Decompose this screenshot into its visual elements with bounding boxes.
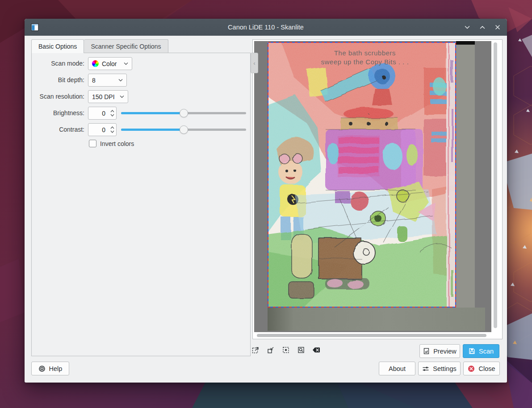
zoom-out-icon (267, 346, 275, 354)
settings-sliders-icon (422, 366, 429, 372)
slider-fill (121, 129, 184, 131)
scan-mode-label: Scan mode: (34, 60, 84, 67)
options-tabbar: Basic Options Scanner Specific Options (31, 39, 168, 53)
spinbox-arrows-icon[interactable] (108, 107, 116, 119)
scan-mode-value: Color (102, 60, 117, 67)
skanlite-window-icon (31, 23, 39, 31)
bit-depth-value: 8 (92, 77, 96, 84)
about-button[interactable]: About (379, 362, 415, 375)
bit-depth-combobox[interactable]: 8 (88, 74, 127, 87)
tab-basic-options[interactable]: Basic Options (31, 39, 84, 53)
zoom-to-selection-icon (282, 346, 290, 354)
titlebar[interactable]: Canon LiDE 110 - Skanlite (25, 19, 507, 36)
zoom-in-button[interactable] (250, 344, 261, 356)
contrast-value: 0 (88, 126, 108, 133)
skanlite-window: Canon LiDE 110 - Skanlite Basic Options … (25, 19, 507, 383)
preview-canvas[interactable]: The bath scrubbers sweep up the Copy Bit… (254, 41, 491, 332)
scanned-image[interactable]: The bath scrubbers sweep up the Copy Bit… (268, 42, 456, 308)
help-button-label: Help (49, 365, 63, 372)
color-wheel-icon (92, 60, 99, 67)
scan-button[interactable]: Scan (463, 344, 499, 358)
contrast-label: Contrast: (34, 126, 84, 133)
contrast-spinbox[interactable]: 0 (88, 123, 117, 136)
scan-resolution-value: 150 DPI (92, 93, 115, 100)
close-window-button[interactable] (494, 23, 502, 31)
chevron-down-icon (120, 62, 128, 65)
brightness-label: Brightness: (34, 109, 84, 117)
brightness-value: 0 (88, 110, 108, 117)
save-scan-icon (469, 348, 475, 354)
tab-scanner-specific-options-label: Scanner Specific Options (91, 43, 161, 50)
preview-button-label: Preview (433, 348, 457, 355)
basic-options-panel: Scan mode: Color Bit depth: 8 Scan resol… (31, 53, 251, 356)
maximize-button[interactable] (478, 23, 486, 31)
zoom-to-selection-button[interactable] (280, 344, 292, 356)
zoom-out-button[interactable] (265, 344, 276, 356)
chevron-down-icon (115, 79, 123, 82)
chevron-down-icon (116, 95, 124, 98)
window-title: Canon LiDE 110 - Skanlite (25, 24, 507, 31)
brightness-slider[interactable] (121, 107, 246, 120)
preview-vertical-scrollbar[interactable] (494, 42, 497, 328)
invert-colors-label: Invert colors (100, 140, 134, 147)
preview-area: The bath scrubbers sweep up the Copy Bit… (252, 39, 503, 339)
scan-resolution-label: Scan resolution: (34, 93, 84, 100)
settings-button-label: Settings (433, 365, 456, 372)
minimize-button[interactable] (463, 23, 471, 31)
bit-depth-label: Bit depth: (34, 76, 84, 83)
settings-button[interactable]: Settings (418, 362, 461, 375)
clear-selections-icon (312, 346, 321, 354)
contrast-slider-handle[interactable] (180, 125, 188, 134)
about-button-label: About (389, 365, 406, 372)
close-button-label: Close (478, 365, 495, 372)
scanner-lid-edge (456, 41, 475, 45)
help-lifebuoy-icon (38, 365, 46, 372)
preview-button[interactable]: Preview (419, 344, 460, 358)
scan-resolution-combobox[interactable]: 150 DPI (88, 90, 128, 103)
contrast-slider[interactable] (121, 123, 246, 136)
preview-horizontal-scrollbar[interactable] (257, 334, 486, 337)
clear-selections-button[interactable] (310, 344, 322, 356)
invert-colors-checkbox[interactable] (89, 140, 96, 147)
zoom-in-icon (251, 346, 260, 354)
zoom-to-fit-button[interactable] (295, 344, 307, 356)
scanner-bed-strip (268, 308, 485, 331)
brightness-spinbox[interactable]: 0 (88, 107, 117, 120)
slider-fill (121, 112, 184, 114)
document-preview-icon (423, 348, 430, 354)
close-red-icon (468, 365, 475, 372)
tab-basic-options-label: Basic Options (38, 43, 77, 50)
help-button[interactable]: Help (31, 362, 69, 375)
tab-scanner-specific-options[interactable]: Scanner Specific Options (84, 39, 168, 53)
scan-button-label: Scan (479, 348, 494, 355)
scan-margin-strip (456, 41, 475, 308)
splitter-collapse-handle[interactable]: ‹ (251, 53, 258, 73)
brightness-slider-handle[interactable] (180, 109, 188, 117)
close-button[interactable]: Close (463, 362, 500, 375)
zoom-to-fit-icon (297, 346, 305, 354)
spinbox-arrows-icon[interactable] (108, 124, 116, 136)
scan-mode-combobox[interactable]: Color (88, 57, 132, 70)
